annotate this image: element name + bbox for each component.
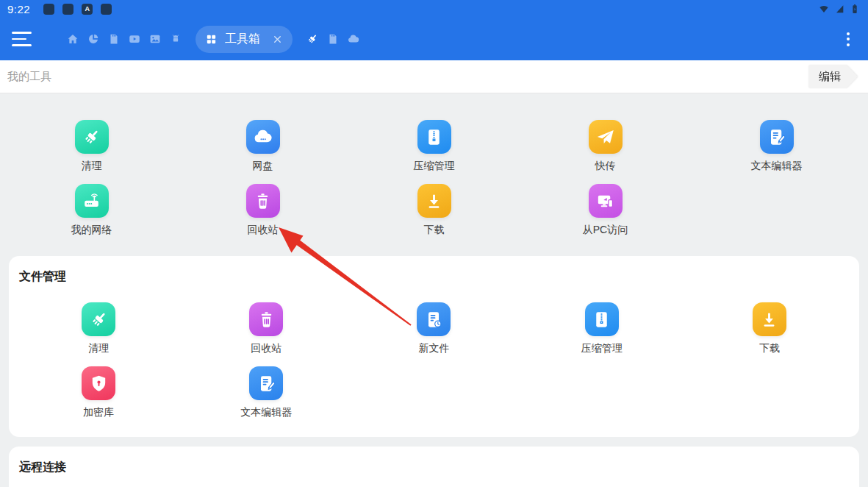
sdcard-icon[interactable]: [326, 32, 340, 46]
tool-item[interactable]: 下载: [686, 302, 853, 355]
clock: 9:22: [7, 3, 30, 15]
pc-access-icon: [589, 184, 623, 218]
tool-label: 我的网络: [71, 224, 112, 237]
tool-item[interactable]: 网盘: [177, 120, 348, 173]
grid-icon: [205, 33, 218, 46]
close-icon[interactable]: [272, 34, 283, 45]
paper-plane-icon: [589, 120, 623, 154]
tool-label: 回收站: [248, 224, 279, 237]
android-icon[interactable]: [169, 32, 182, 46]
broom-icon[interactable]: [306, 32, 319, 46]
tool-label: 清理: [88, 342, 109, 355]
letter-a-notification-icon: A: [82, 4, 93, 15]
cloud-icon[interactable]: [347, 32, 360, 46]
battery-icon: [849, 3, 861, 15]
trash-icon: [249, 302, 283, 336]
tool-item[interactable]: 加密库: [15, 366, 182, 419]
tool-item[interactable]: 从PC访问: [520, 184, 691, 237]
tool-label: 压缩管理: [414, 160, 455, 173]
archive-icon: [585, 302, 619, 336]
status-bar: 9:22 A: [0, 0, 868, 18]
overflow-menu-icon[interactable]: [840, 30, 856, 48]
pie-chart-icon[interactable]: [87, 32, 100, 46]
tool-label: 文本编辑器: [751, 160, 803, 173]
tool-label: 回收站: [251, 342, 281, 355]
tool-item[interactable]: 文本编辑器: [182, 366, 350, 419]
section-title: 文件管理: [9, 269, 859, 285]
tool-item[interactable]: 回收站: [177, 184, 348, 237]
section-cards: 文件管理清理回收站新文件压缩管理下载加密库文本编辑器远程连接: [0, 256, 868, 487]
new-file-icon: [417, 302, 451, 336]
app-notification-icon: [43, 4, 54, 15]
tool-label: 从PC访问: [583, 224, 628, 237]
text-editor-icon: [249, 366, 283, 400]
section-card: 远程连接: [9, 447, 859, 487]
broom-icon: [82, 302, 115, 336]
tool-item[interactable]: 下载: [348, 184, 520, 237]
section-tools-grid: 清理回收站新文件压缩管理下载加密库文本编辑器: [9, 302, 859, 419]
app-notification-icon: [62, 4, 73, 15]
my-tools-grid: 清理网盘压缩管理快传文本编辑器我的网络回收站下载从PC访问: [0, 120, 868, 237]
edit-button[interactable]: 编辑: [809, 65, 858, 88]
hamburger-menu-icon[interactable]: [12, 32, 34, 46]
tool-item[interactable]: 回收站: [182, 302, 350, 355]
router-icon: [75, 184, 109, 218]
tool-item[interactable]: 新文件: [350, 302, 517, 355]
tool-label: 快传: [595, 160, 616, 173]
cloud-drive-icon: [246, 120, 280, 154]
shield-icon: [82, 366, 115, 400]
tool-item[interactable]: 压缩管理: [518, 302, 686, 355]
signal-icon: [833, 3, 845, 15]
tool-item[interactable]: 清理: [15, 302, 182, 355]
section-title: 远程连接: [9, 459, 859, 475]
tool-item[interactable]: 我的网络: [6, 184, 177, 237]
tab-strip: 工具箱: [66, 26, 360, 53]
text-editor-icon: [760, 120, 794, 154]
tool-label: 压缩管理: [581, 342, 623, 355]
archive-icon: [417, 120, 451, 154]
notification-icons: A: [43, 4, 112, 15]
video-icon[interactable]: [128, 32, 141, 46]
download-icon: [753, 302, 786, 336]
download-icon: [417, 184, 451, 218]
tool-label: 下载: [424, 224, 445, 237]
section-card: 文件管理清理回收站新文件压缩管理下载加密库文本编辑器: [9, 256, 859, 437]
tool-item[interactable]: 快传: [520, 120, 691, 173]
tool-label: 下载: [759, 342, 780, 355]
app-screen: 9:22 A 工具箱 我的工具 编辑 清理网盘压缩管理快传文本编辑器我的网络回收…: [0, 0, 868, 487]
tool-label: 文本编辑器: [240, 406, 292, 419]
page-title: 我的工具: [7, 70, 51, 84]
tool-label: 新文件: [418, 342, 449, 355]
sdcard-icon[interactable]: [107, 32, 121, 46]
tool-label: 清理: [82, 160, 102, 173]
tool-item[interactable]: 压缩管理: [348, 120, 520, 173]
tool-item[interactable]: 文本编辑器: [691, 120, 862, 173]
app-notification-icon: [101, 4, 112, 15]
broom-icon: [75, 120, 109, 154]
system-status-icons: [818, 3, 861, 15]
tab-toolbox-active[interactable]: 工具箱: [196, 26, 293, 53]
tool-item[interactable]: 清理: [6, 120, 177, 173]
tab-toolbox-label: 工具箱: [225, 32, 260, 47]
home-icon[interactable]: [66, 32, 79, 46]
trash-icon: [246, 184, 280, 218]
tool-label: 加密库: [83, 406, 114, 419]
subheader: 我的工具 编辑: [0, 60, 868, 93]
wifi-icon: [818, 3, 830, 15]
app-header: 工具箱: [0, 18, 868, 60]
tool-label: 网盘: [253, 160, 273, 173]
image-icon[interactable]: [148, 32, 162, 46]
